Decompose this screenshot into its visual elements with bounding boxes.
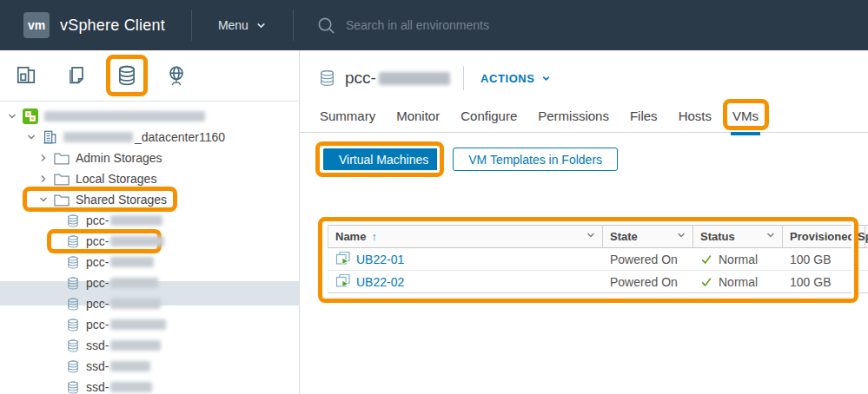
tree-item-datastore[interactable]: ssd- [0, 377, 299, 394]
redacted-text [110, 382, 152, 392]
global-search[interactable]: Search in all environments [316, 16, 489, 36]
column-header-name[interactable]: Name ↑ [328, 226, 603, 247]
tree-item-label: pcc- [86, 276, 109, 290]
search-icon [316, 16, 336, 36]
table-row[interactable]: UB22-01 Powered On Normal 100 GB [328, 248, 868, 271]
chevron-down-icon[interactable] [38, 194, 49, 205]
cell-status: Normal [693, 271, 783, 292]
view-toggle: Virtual Machines VM Templates in Folders [323, 148, 618, 171]
vm-templates-label: VM Templates in Folders [468, 153, 602, 167]
divider [463, 66, 464, 90]
folder-icon [54, 173, 70, 186]
tree-item-label: pcc- [86, 234, 109, 248]
column-header-provisioned-space[interactable]: Provisioned Spac [783, 226, 865, 247]
table-header-row: Name ↑ State Status Provisioned Spac [328, 225, 868, 248]
chevron-down-icon[interactable] [26, 132, 36, 142]
datastore-icon [66, 255, 80, 270]
column-menu-chevron-icon[interactable] [676, 230, 686, 243]
tab-vms-label: VMs [732, 108, 759, 123]
folder-icon [54, 152, 70, 165]
storage-icon[interactable] [115, 63, 139, 88]
tab-vms[interactable]: VMs [732, 104, 759, 132]
redacted-text [110, 236, 164, 246]
column-header-status[interactable]: Status [693, 226, 783, 247]
tree-item-folder-shared-storages[interactable]: Shared Storages [0, 189, 299, 210]
vcenter-icon [23, 108, 38, 124]
chevron-right-icon[interactable] [38, 153, 49, 163]
vm-name-link[interactable]: UB22-01 [356, 253, 404, 266]
folder-icon [54, 194, 70, 207]
chevron-right-icon[interactable] [38, 174, 49, 184]
tab-hosts[interactable]: Hosts [679, 104, 712, 132]
vm-table-area: Name ↑ State Status Provisioned Spac [328, 217, 868, 312]
status-ok-check-icon [700, 276, 712, 288]
hosts-and-clusters-icon[interactable] [14, 63, 38, 88]
app-title: vSphere Client [60, 16, 165, 35]
vms-and-templates-icon[interactable] [65, 63, 89, 88]
virtual-machines-button[interactable]: Virtual Machines [323, 148, 444, 171]
tab-permissions[interactable]: Permissions [538, 104, 609, 132]
actions-button[interactable]: ACTIONS [480, 72, 551, 85]
tree-item-folder-admin-storages[interactable]: Admin Storages [0, 148, 299, 168]
cell-state: Powered On [603, 271, 693, 292]
vm-templates-button[interactable]: VM Templates in Folders [453, 148, 618, 171]
tree-item-label: Local Storages [76, 172, 156, 186]
datastore-icon [66, 297, 80, 312]
tree-item-datastore[interactable]: ssd- [0, 335, 299, 356]
chevron-down-icon[interactable] [7, 111, 17, 121]
table-row[interactable]: UB22-02 Powered On Normal 100 GB [328, 271, 868, 293]
tree-item-label: pcc- [86, 255, 109, 269]
column-menu-chevron-icon[interactable] [765, 230, 776, 243]
column-label: Name [335, 230, 366, 243]
vm-powered-on-icon [335, 251, 351, 268]
cell-name: UB22-02 [328, 271, 603, 292]
tree-item-datastore[interactable]: pcc- [0, 210, 299, 231]
column-menu-chevron-icon[interactable] [586, 230, 596, 243]
chevron-down-icon [541, 74, 551, 83]
tree-item-label: ssd- [86, 359, 109, 373]
tab-summary[interactable]: Summary [320, 104, 375, 132]
datastore-icon [66, 213, 80, 228]
tree-item-folder-local-storages[interactable]: Local Storages [0, 168, 299, 189]
redacted-text [44, 111, 205, 121]
column-label: Provisioned Spac [790, 230, 868, 243]
vm-name-link[interactable]: UB22-02 [356, 275, 404, 289]
status-text: Normal [719, 275, 758, 289]
cell-state: Powered On [603, 248, 693, 270]
status-ok-check-icon [700, 253, 712, 266]
menu-button[interactable]: Menu [218, 18, 267, 32]
tree-item-datastore-selected[interactable]: pcc- [0, 231, 299, 252]
tab-monitor[interactable]: Monitor [396, 104, 440, 132]
vmware-logo[interactable]: vm [23, 12, 50, 38]
tree-item-datastore[interactable]: ssd- [0, 356, 299, 377]
tree-item-datastore[interactable]: pcc- [0, 252, 299, 273]
tree-item-datacenter[interactable]: _datacenter1160 [0, 127, 299, 148]
divider [293, 10, 294, 41]
redacted-text [110, 340, 161, 351]
tree-item-datastore[interactable]: pcc- [0, 273, 299, 293]
cell-status: Normal [693, 248, 783, 270]
redacted-text [110, 319, 166, 330]
top-bar: vm vSphere Client Menu Search in all env… [0, 0, 868, 50]
redacted-text [110, 361, 150, 371]
tree-item-vcenter[interactable] [0, 106, 299, 127]
tree-item-datastore[interactable]: pcc- [0, 314, 299, 335]
tab-files[interactable]: Files [630, 104, 658, 132]
redacted-text [379, 72, 450, 85]
chevron-down-icon [255, 20, 267, 31]
sort-ascending-icon: ↑ [371, 230, 377, 243]
divider [191, 10, 192, 41]
datastore-icon [66, 380, 80, 394]
column-header-state[interactable]: State [603, 226, 693, 247]
page-title-prefix: pcc- [345, 69, 376, 88]
datastore-icon [66, 338, 80, 353]
object-tabs: Summary Monitor Configure Permissions Fi… [300, 104, 868, 133]
column-label: Status [700, 230, 735, 243]
networking-icon[interactable] [164, 63, 189, 88]
tree-item-datastore[interactable]: pcc- [0, 293, 299, 314]
tab-configure[interactable]: Configure [461, 104, 517, 132]
redacted-text [110, 215, 162, 226]
object-header: pcc- ACTIONS [318, 66, 551, 90]
tree-item-label: ssd- [86, 338, 109, 352]
datastore-icon [66, 359, 80, 374]
